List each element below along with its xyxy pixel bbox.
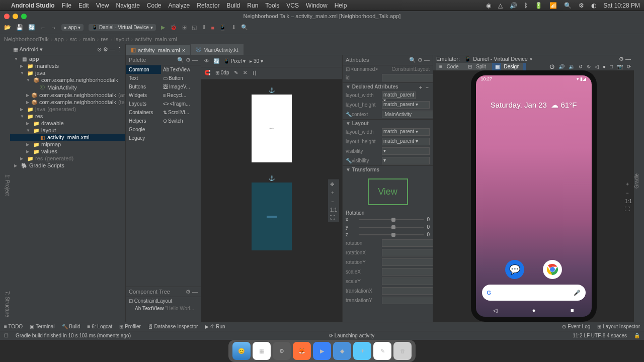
tree-mipmap[interactable]: ▶📁mipmap bbox=[10, 141, 125, 148]
palette-tools[interactable]: 🔍 ⚙ — bbox=[177, 57, 198, 63]
design-canvas[interactable]: ⚓ Hello ⚓ ✥ ＋ － 1:1 ⛶ bbox=[201, 79, 342, 322]
attr-id-input[interactable] bbox=[382, 74, 433, 81]
battery-icon[interactable]: 🔋 bbox=[535, 2, 542, 9]
tree-pkg2[interactable]: ▶📦com.example.neighborhoodtalk (androidT… bbox=[10, 92, 125, 99]
forward-icon[interactable]: → bbox=[51, 25, 56, 31]
attr-context[interactable] bbox=[382, 111, 433, 118]
eye-icon[interactable]: 👁 bbox=[204, 58, 209, 64]
lock-icon[interactable]: 🔒 bbox=[634, 333, 640, 338]
pal-cat-text[interactable]: Text bbox=[126, 74, 161, 82]
section-transforms[interactable]: ▼ Transforms bbox=[343, 165, 433, 173]
infer-icon[interactable]: ✎ bbox=[234, 70, 238, 77]
layout-inspector-tab[interactable]: ⊞ Layout Inspector bbox=[597, 324, 640, 329]
status-icon[interactable]: ☐ bbox=[4, 333, 9, 338]
attr-scaley[interactable] bbox=[382, 278, 433, 285]
emu-home-icon[interactable]: ● bbox=[603, 64, 606, 69]
sdk-icon[interactable]: ⬇ bbox=[231, 24, 236, 31]
menu-help[interactable]: Help bbox=[335, 2, 347, 9]
profile-button[interactable]: ◱ bbox=[192, 24, 197, 31]
tree-drawable[interactable]: ▶📁drawable bbox=[10, 120, 125, 127]
tree-java-gen[interactable]: ▶📁java (generated) bbox=[10, 106, 125, 113]
pal-fragment[interactable]: <> <fragm... bbox=[161, 100, 201, 108]
attr-translationx[interactable] bbox=[382, 287, 433, 295]
pan-icon[interactable]: ✥ bbox=[330, 182, 337, 187]
slider-x[interactable] bbox=[359, 219, 424, 220]
tree-values[interactable]: ▶📁values bbox=[10, 148, 125, 155]
dock-settings[interactable]: ⚙ bbox=[273, 342, 291, 360]
mode-split[interactable]: ⊟ Split bbox=[465, 63, 492, 70]
structure-tab[interactable]: 7: Structure bbox=[5, 291, 10, 322]
design-blueprint[interactable] bbox=[252, 183, 292, 250]
pal-cat-legacy[interactable]: Legacy bbox=[126, 134, 161, 142]
bc-3[interactable]: main bbox=[83, 36, 95, 42]
orientation-icon[interactable]: 🔄 bbox=[213, 58, 219, 64]
project-tab[interactable]: 1: Project bbox=[5, 174, 10, 196]
bc-5[interactable]: layout bbox=[114, 36, 129, 42]
tree-res[interactable]: ▼📁res bbox=[10, 113, 125, 120]
menu-tools[interactable]: Tools bbox=[265, 2, 279, 9]
zoom-in-icon[interactable]: ＋ bbox=[330, 189, 337, 196]
run-button[interactable]: ▶ bbox=[161, 24, 165, 31]
profiler-tab[interactable]: ⊞ Profiler bbox=[119, 324, 140, 329]
emu-settings-icon[interactable]: ⚙ — bbox=[619, 56, 631, 62]
menu-app[interactable]: Android Studio bbox=[11, 2, 55, 9]
tree-pkg3[interactable]: ▶📦com.example.neighborhoodtalk (test) bbox=[10, 99, 125, 106]
db-inspector-tab[interactable]: 🗄 Database Inspector bbox=[148, 324, 198, 329]
menu-refactor[interactable]: Refactor bbox=[197, 2, 219, 9]
module-selector[interactable]: ▸ app ▾ bbox=[61, 24, 84, 31]
phone-screen[interactable]: 10:27 ▾ ▮◢ Saturday, Jan 23 ☁ 61°F 💬 bbox=[476, 75, 592, 317]
clear-icon[interactable]: ✕ bbox=[243, 70, 247, 77]
emu-overview-icon[interactable]: □ bbox=[610, 64, 613, 69]
attr-visibility2[interactable]: ▾ bbox=[382, 157, 430, 164]
emu-zoom-expand[interactable]: ⛶ bbox=[625, 206, 632, 212]
avd-icon[interactable]: 📱 bbox=[219, 24, 226, 31]
menu-build[interactable]: Build bbox=[227, 2, 240, 9]
emu-back-icon[interactable]: ◁ bbox=[595, 64, 599, 69]
dock-launchpad[interactable]: ▦ bbox=[253, 342, 271, 360]
tree-app[interactable]: ▼▦app bbox=[10, 55, 125, 62]
todo-tab[interactable]: ≡ TODO bbox=[4, 324, 23, 329]
menu-navigate[interactable]: Navigate bbox=[116, 2, 139, 9]
stop-button[interactable]: ■ bbox=[211, 25, 215, 31]
menu-vcs[interactable]: VCS bbox=[286, 2, 299, 9]
attr-lw[interactable]: match_parent ▾ bbox=[382, 92, 416, 99]
close-tab-icon[interactable]: × bbox=[182, 47, 185, 53]
attr-rotationx[interactable] bbox=[382, 249, 433, 256]
pal-cat-layouts[interactable]: Layouts bbox=[126, 100, 161, 108]
control-center-icon[interactable]: ⚙ bbox=[579, 2, 584, 9]
magnet-icon[interactable]: 🧲 bbox=[204, 70, 210, 77]
siri-icon[interactable]: ◐ bbox=[591, 2, 596, 9]
menu-window[interactable]: Window bbox=[306, 2, 328, 9]
pal-scrollview[interactable]: ⇅ ScrollVi... bbox=[161, 108, 201, 117]
emu-more-icon[interactable]: ⟳ bbox=[627, 64, 631, 69]
bc-1[interactable]: app bbox=[54, 36, 63, 42]
menu-edit[interactable]: Edit bbox=[78, 2, 89, 9]
emu-zoom-in[interactable]: ＋ bbox=[625, 180, 632, 188]
pal-cat-containers[interactable]: Containers bbox=[126, 108, 161, 117]
emu-rotate-left-icon[interactable]: ↺ bbox=[579, 64, 583, 69]
bc-2[interactable]: src bbox=[69, 36, 77, 42]
build-tab[interactable]: 🔨 Build bbox=[62, 324, 80, 329]
pal-cat-common[interactable]: Common bbox=[126, 65, 161, 74]
bluetooth-icon[interactable]: ᛒ bbox=[524, 2, 528, 9]
attr-visibility[interactable]: ▾ bbox=[382, 147, 430, 155]
emu-rotate-right-icon[interactable]: ↻ bbox=[587, 64, 591, 69]
pal-cat-google[interactable]: Google bbox=[126, 125, 161, 134]
comp-tree-tools[interactable]: ⚙ — bbox=[186, 289, 198, 295]
bc-4[interactable]: res bbox=[101, 36, 108, 42]
attr-lh2[interactable]: match_parent ▾ bbox=[382, 138, 430, 145]
design-preview[interactable]: Hello bbox=[252, 95, 292, 162]
slider-y[interactable] bbox=[359, 227, 424, 228]
dock-app1[interactable]: ◆ bbox=[333, 342, 351, 360]
tree-main-activity[interactable]: ⓒMainActivity bbox=[10, 83, 125, 92]
project-settings-icon[interactable]: ⊙ ⚙ — ⋮ bbox=[97, 46, 122, 53]
save-icon[interactable]: 💾 bbox=[16, 24, 23, 31]
back-icon[interactable]: ← bbox=[40, 25, 46, 31]
search-everywhere-icon[interactable]: 🔍 bbox=[241, 24, 248, 31]
tab-main-activity[interactable]: ⓚMainActivity.kt bbox=[191, 44, 243, 55]
google-search-bar[interactable]: G 🎤 bbox=[482, 285, 586, 301]
api-picker[interactable]: ▸ 30 ▾ bbox=[250, 58, 263, 64]
messages-app-icon[interactable]: 💬 bbox=[505, 260, 524, 279]
tree-pkg1[interactable]: ▼📦com.example.neighborhoodtalk bbox=[10, 76, 125, 83]
search-icon[interactable]: 🔍 bbox=[564, 2, 572, 9]
